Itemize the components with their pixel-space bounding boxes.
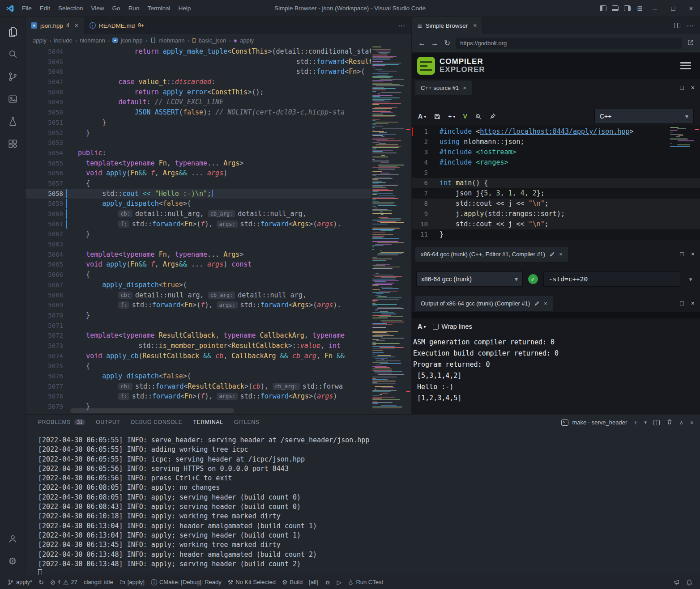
rename-pencil-icon[interactable]: [549, 251, 555, 257]
split-editor-icon[interactable]: [674, 23, 680, 28]
split-terminal-icon[interactable]: [653, 420, 660, 425]
code-editor[interactable]: 5044 return apply_make_tuple<ConstThis>(…: [26, 47, 411, 414]
code-line[interactable]: 5045 std::forward<Result>: [26, 57, 371, 67]
testing-icon[interactable]: [2, 110, 23, 132]
rename-pencil-icon[interactable]: [534, 301, 540, 306]
add-pane-button[interactable]: +▾: [448, 113, 455, 120]
code-line[interactable]: 5071: [26, 321, 371, 331]
godbolt-minimap[interactable]: [670, 127, 694, 147]
code-line[interactable]: 5069 f:std::forward<Fn>(f), args:std::fo…: [26, 300, 371, 310]
close-pane-icon[interactable]: ×: [691, 84, 695, 91]
cmake-build-button[interactable]: ⚙ Build: [279, 575, 306, 589]
toggle-secondary-sidebar-icon[interactable]: [624, 5, 631, 11]
godbolt-code-line[interactable]: 2using nlohmann::json;: [412, 137, 700, 147]
close-panel-icon[interactable]: ×: [690, 419, 694, 426]
code-line[interactable]: 5058 std::cout << "Hello :-)\n";: [26, 189, 371, 199]
problems-status[interactable]: ⊘4 ⚠27: [47, 575, 81, 589]
breadcrumb-item[interactable]: apply: [240, 37, 254, 44]
code-line[interactable]: 5074 void apply_cb(ResultCallback && cb,…: [26, 351, 371, 361]
compiler-select[interactable]: x86-64 gcc (trunk) ▾: [416, 271, 523, 287]
terminal-profiles-icon[interactable]: ▾: [644, 420, 647, 425]
breadcrumb-item[interactable]: nlohmann: [80, 37, 105, 44]
kill-terminal-icon[interactable]: [666, 419, 673, 426]
editor-more-actions-icon[interactable]: ⋯: [398, 21, 405, 30]
tab-output[interactable]: OUTPUT: [96, 415, 120, 430]
code-line[interactable]: 5055 template<typename Fn, typename... A…: [26, 158, 371, 169]
godbolt-source-editor[interactable]: 1#include <https://localhost:8443/apply/…: [412, 125, 700, 240]
code-line[interactable]: 5050 JSON_ASSERT(false); // NOLINT(cert-…: [26, 107, 371, 118]
code-line[interactable]: 5052 }: [26, 128, 371, 138]
browser-more-actions-icon[interactable]: ⋯: [687, 21, 694, 30]
horizontal-scrollbar[interactable]: [70, 408, 234, 413]
menu-help[interactable]: Help: [174, 5, 195, 12]
feedback-icon[interactable]: [670, 579, 683, 585]
explorer-icon[interactable]: [2, 21, 23, 43]
customize-layout-icon[interactable]: ⊞: [637, 4, 643, 13]
maximize-pane-icon[interactable]: □: [680, 300, 683, 307]
breadcrumb-item[interactable]: apply: [33, 37, 47, 44]
vscode-logo-icon[interactable]: [0, 4, 18, 13]
code-line[interactable]: 5072 template<typename ResultCallback, t…: [26, 331, 371, 341]
godbolt-code-line[interactable]: 5: [412, 168, 700, 178]
tab-terminal[interactable]: TERMINAL: [193, 415, 223, 430]
godbolt-code-line[interactable]: 4#include <ranges>: [412, 157, 700, 168]
menu-run[interactable]: Run: [124, 5, 144, 12]
language-select[interactable]: C++ ▾: [594, 109, 694, 124]
godbolt-code-line[interactable]: 7 json j{5, 3, 1, 4, 2};: [412, 188, 700, 199]
tab-readme-md[interactable]: ⓘ README.md 9+: [84, 17, 150, 34]
settings-gear-icon[interactable]: ⚙: [2, 550, 23, 572]
code-line[interactable]: 5059 apply_dispatch<false>(: [26, 199, 371, 209]
tab-debug-console[interactable]: DEBUG CONSOLE: [131, 415, 182, 430]
back-icon[interactable]: ←: [418, 39, 426, 47]
code-line[interactable]: 5057 {: [26, 178, 371, 189]
godbolt-code-line[interactable]: 8 std::cout << j << "\n";: [412, 199, 700, 209]
code-line[interactable]: 5063: [26, 239, 371, 250]
remote-explorer-icon[interactable]: [2, 88, 23, 110]
source-control-icon[interactable]: [2, 65, 23, 88]
code-line[interactable]: 5066 {: [26, 270, 371, 280]
code-line[interactable]: 5076 apply_dispatch<false>(: [26, 371, 371, 381]
godbolt-code-line[interactable]: 10 std::cout << j << "\n";: [412, 219, 700, 229]
source-pane-tab[interactable]: C++ source #1 ×: [415, 81, 472, 95]
tab-gitlens[interactable]: GITLENS: [234, 415, 260, 430]
code-line[interactable]: 5075 {: [26, 361, 371, 371]
code-line[interactable]: 5056 void apply(Fn&& f, Args&& ... args): [26, 168, 371, 178]
code-line[interactable]: 5051 }: [26, 118, 371, 128]
hamburger-menu-icon[interactable]: [680, 62, 695, 69]
maximize-button[interactable]: □: [664, 0, 682, 17]
godbolt-code-line[interactable]: 11}: [412, 229, 700, 240]
font-size-button[interactable]: A▾: [418, 113, 426, 120]
code-line[interactable]: 5048 return apply_error<ConstThis>();: [26, 87, 371, 97]
cmake-status[interactable]: ⓘ CMake: [Debug]: Ready: [148, 575, 225, 589]
code-line[interactable]: 5067 apply_dispatch<true>(: [26, 280, 371, 290]
code-line[interactable]: 5070 }: [26, 310, 371, 321]
code-line[interactable]: 5053: [26, 138, 371, 148]
cmake-kit-status[interactable]: ⚒ No Kit Selected: [225, 575, 279, 589]
maximize-pane-icon[interactable]: □: [680, 250, 683, 258]
code-line[interactable]: 5064 template<typename Fn, typename... A…: [26, 250, 371, 260]
run-ctest-button[interactable]: Run CTest: [345, 575, 386, 589]
close-pane-icon[interactable]: ×: [463, 85, 466, 91]
menu-file[interactable]: File: [18, 5, 36, 12]
pin-icon[interactable]: [489, 113, 496, 120]
code-line[interactable]: 5077 cb:std::forward<ResultCallback>(cb)…: [26, 381, 371, 392]
launch-play-icon[interactable]: ▷: [334, 575, 345, 589]
code-line[interactable]: 5047 case value_t::discarded:: [26, 77, 371, 87]
notifications-bell-icon[interactable]: [683, 579, 696, 585]
url-input[interactable]: https://godbolt.org: [456, 38, 682, 49]
libraries-dropdown-icon[interactable]: ▾: [686, 276, 696, 283]
close-tab-icon[interactable]: ×: [75, 22, 78, 29]
breadcrumb-item[interactable]: basic_json: [199, 37, 226, 44]
git-branch-status[interactable]: apply*: [4, 575, 35, 589]
menu-go[interactable]: Go: [108, 5, 124, 12]
tab-json-hpp[interactable]: + json.hpp 4 ×: [26, 17, 84, 34]
godbolt-code-line[interactable]: 3#include <iostream>: [412, 147, 700, 157]
open-external-icon[interactable]: [687, 39, 694, 47]
clangd-status[interactable]: clangd: idle: [81, 575, 116, 589]
sync-changes-icon[interactable]: ↻: [35, 575, 47, 589]
terminal-output[interactable]: [2022-04-30 06:05:55] INFO: serve_header…: [26, 430, 700, 575]
maximize-panel-icon[interactable]: ∧: [679, 420, 683, 426]
code-line[interactable]: 5044 return apply_make_tuple<ConstThis>(…: [26, 47, 371, 57]
toggle-sidebar-icon[interactable]: [600, 5, 606, 11]
compiler-options-input[interactable]: -std=c++20: [543, 271, 680, 287]
